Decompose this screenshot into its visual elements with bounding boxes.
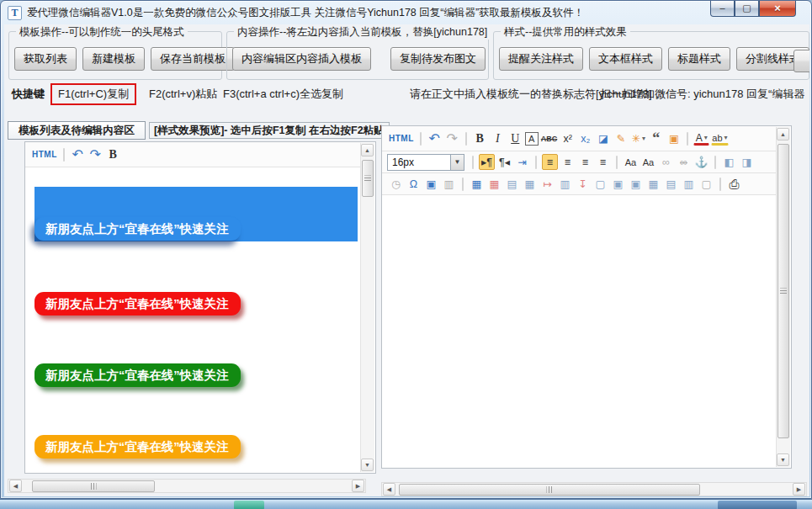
screenshot-icon[interactable]: ▣ [423,176,439,192]
bold-icon[interactable]: B [472,130,488,146]
left-editor-vscrollbar[interactable] [360,143,374,472]
scroll-left-icon[interactable] [9,480,22,492]
delete-table-icon[interactable]: ▦ [486,176,502,192]
lowercase-icon[interactable]: Aa [640,154,656,170]
blockquote-icon[interactable]: “ [648,130,664,146]
insert-table-icon[interactable]: ▦ [469,176,485,192]
html-source-icon[interactable]: HTML [31,146,58,162]
style-button[interactable]: 文本框样式 [589,47,662,71]
unlink-icon[interactable]: ∞ [676,154,692,170]
merge-right-icon[interactable]: ▣ [610,176,626,192]
highlight-color-icon[interactable]: ab [711,132,728,146]
doc-icon[interactable]: ▢ [698,176,714,192]
underline-icon[interactable]: U [507,130,523,146]
split-rows-icon[interactable]: ▦ [645,176,661,192]
align-justify-icon[interactable]: ≡ [595,154,611,170]
float-right-icon[interactable]: ◨ [739,154,755,170]
scroll-right-icon[interactable] [793,483,805,496]
print-icon[interactable]: ⎙ [726,176,742,192]
right-hscrollbar[interactable] [381,482,807,496]
bold-icon[interactable]: B [105,146,121,162]
delete-col-icon[interactable]: ↧ [575,176,591,192]
left-editor: HTML↶↷B 新朋友点上方“宜春在线”快速关注 新朋友点上方“宜春在线”快速关… [24,141,376,474]
scroll-thumb[interactable] [778,144,789,438]
titlebar[interactable]: T 爱代理微信编辑器V1.0是一款免费的微信公众号图文排版工具 关注微信号Yic… [1,1,811,24]
toolbar-separator [420,132,422,146]
align-right-icon[interactable]: ≡ [577,154,593,170]
undo-icon[interactable]: ↶ [70,146,86,162]
scroll-right-icon[interactable] [352,480,364,492]
toolbar-separator [714,156,716,169]
scroll-down-icon[interactable] [361,459,374,471]
merge-down-icon[interactable]: ▣ [628,176,644,192]
scroll-up-icon[interactable] [361,144,374,156]
insert-time-icon[interactable]: ◷ [388,176,404,192]
close-button[interactable]: × [759,1,796,17]
font-border-icon[interactable]: A [525,132,539,146]
align-left-icon[interactable]: ≡ [542,154,558,170]
minimize-button[interactable]: – [710,1,735,17]
style-button[interactable]: 标题样式 [668,47,730,71]
scroll-up-icon[interactable] [777,128,789,141]
eraser-icon[interactable]: ◪ [595,130,611,146]
indent-icon[interactable]: ⇥ [514,154,530,170]
style-button-partial[interactable] [793,50,809,72]
word-image-icon[interactable]: ▥ [441,176,457,192]
toolbar-separator [719,178,721,191]
anchor-icon[interactable]: ⚓ [693,154,709,170]
split-cols-icon[interactable]: ▤ [663,176,679,192]
merge-cells-icon[interactable]: ▢ [592,176,608,192]
scroll-thumb[interactable] [362,160,374,197]
table-full-icon[interactable]: ▥ [681,176,697,192]
insert-content-button[interactable]: 内容编辑区内容插入模板 [232,47,371,71]
保存当前模板[interactable]: 保存当前模板 [151,47,235,71]
left-hscrollbar[interactable] [8,479,366,493]
rtl-paragraph-icon[interactable]: ¶◂ [496,154,512,170]
获取列表[interactable]: 获取列表 [14,47,77,71]
float-left-icon[interactable]: ◧ [721,154,737,170]
align-center-icon[interactable]: ≡ [560,154,576,170]
新建模板[interactable]: 新建模板 [82,47,145,71]
style-banner[interactable]: 新朋友点上方“宜春在线”快速关注 [34,187,358,241]
paste-text-icon[interactable]: ▣ [666,130,682,146]
subscript-icon[interactable]: x₂ [577,130,593,146]
font-size-select[interactable]: 16px ▼ [387,154,464,171]
font-size-value: 16px [388,156,450,168]
superscript-icon[interactable]: x² [560,130,576,146]
scroll-thumb[interactable] [32,480,155,492]
italic-icon[interactable]: I [490,130,506,146]
style-button[interactable]: 提醒关注样式 [499,47,583,71]
link-icon[interactable]: ∞ [658,154,674,170]
right-editor-vscrollbar[interactable] [776,127,790,467]
ltr-paragraph-icon[interactable]: ▸¶ [479,154,495,170]
strikethrough-icon[interactable]: ABC [540,130,559,146]
html-source-icon[interactable]: HTML [388,130,415,146]
insert-col-icon[interactable]: ▥ [557,176,573,192]
undo-icon[interactable]: ↶ [427,130,443,146]
uppercase-icon[interactable]: Aa [623,154,639,170]
tab-template-list[interactable]: 模板列表及待编辑内容区 [8,121,146,140]
group-title: 样式--提供常用的样式效果 [501,25,630,40]
special-char-icon[interactable]: Ω [406,176,422,192]
redo-icon[interactable]: ↷ [444,130,460,146]
redo-icon[interactable]: ↷ [88,146,103,162]
left-editor-content[interactable]: 新朋友点上方“宜春在线”快速关注 新朋友点上方“宜春在线”快速关注 [26,168,360,472]
scroll-left-icon[interactable] [383,483,395,496]
insert-col-left-icon[interactable]: ↦ [539,176,555,192]
scroll-down-icon[interactable] [777,453,789,466]
insert-row-icon[interactable]: ▦ [522,176,538,192]
chevron-down-icon[interactable]: ▼ [450,155,464,170]
maximize-button[interactable]: ▢ [735,1,759,17]
font-color-icon[interactable]: A [693,132,709,146]
right-editor-content[interactable] [383,197,776,467]
toolbar-separator [535,156,537,169]
taskbar-item[interactable] [718,501,797,509]
taskbar[interactable] [0,499,812,509]
scroll-thumb[interactable] [399,484,700,496]
auto-typeset-icon[interactable]: ✳ [630,130,646,146]
shortcut-bar: 快捷键 F1(ctrl+C)复制 F2(ctrl+v)粘贴 F3(ctrl+a … [4,83,809,105]
copy-publish-button[interactable]: 复制待发布图文 [390,47,486,71]
format-brush-icon[interactable]: ✎ [613,130,629,146]
taskbar-item[interactable] [234,501,264,509]
table-title-icon[interactable]: ▤ [504,176,520,192]
